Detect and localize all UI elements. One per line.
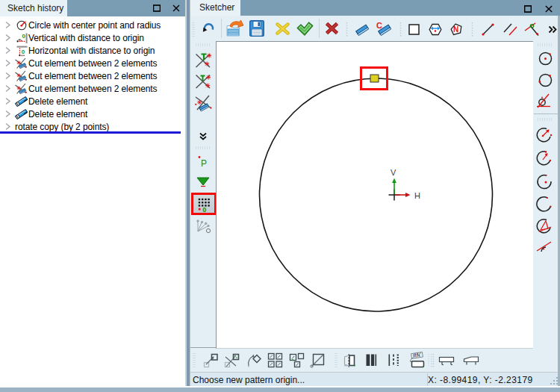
svg-text:P: P <box>201 158 207 169</box>
svg-text:C: C <box>376 21 382 30</box>
svg-text:V: V <box>391 168 396 177</box>
svg-text:0: 0 <box>22 33 26 40</box>
svg-text:0: 0 <box>22 49 25 55</box>
svg-text:H: H <box>414 191 420 200</box>
svg-text:0: 0 <box>202 206 206 213</box>
svg-text:N: N <box>453 25 458 34</box>
svg-text:RN: RN <box>413 352 421 358</box>
